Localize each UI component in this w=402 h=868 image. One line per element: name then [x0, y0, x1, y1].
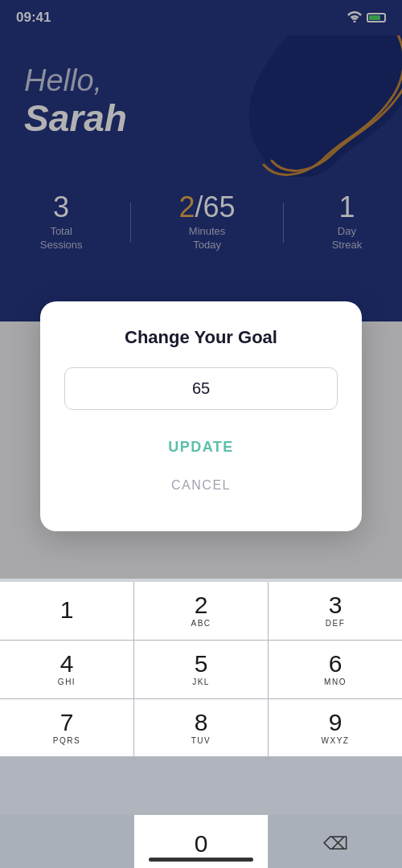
key-2[interactable]: 2 ABC	[134, 582, 268, 640]
home-indicator	[149, 858, 253, 862]
keypad: 1 2 ABC 3 DEF 4 GHI 5 JKL 6 MNO 7 PQRS	[0, 579, 402, 868]
change-goal-modal: Change Your Goal UPDATE CANCEL	[40, 301, 362, 531]
key-9[interactable]: 9 WXYZ	[269, 699, 402, 757]
key-1[interactable]: 1	[0, 582, 133, 640]
goal-input[interactable]	[64, 367, 338, 410]
key-6[interactable]: 6 MNO	[269, 641, 402, 698]
cancel-button[interactable]: CANCEL	[64, 469, 338, 502]
key-3[interactable]: 3 DEF	[269, 582, 402, 640]
backspace-button[interactable]: ⌫	[269, 815, 402, 868]
key-4[interactable]: 4 GHI	[0, 641, 133, 698]
modal-title: Change Your Goal	[64, 327, 338, 348]
keypad-grid: 1 2 ABC 3 DEF 4 GHI 5 JKL 6 MNO 7 PQRS	[0, 582, 402, 815]
key-5[interactable]: 5 JKL	[134, 641, 268, 698]
backspace-icon: ⌫	[323, 833, 348, 854]
key-8[interactable]: 8 TUV	[134, 699, 268, 757]
key-empty	[0, 815, 133, 868]
update-button[interactable]: UPDATE	[64, 429, 338, 465]
key-7[interactable]: 7 PQRS	[0, 699, 133, 757]
